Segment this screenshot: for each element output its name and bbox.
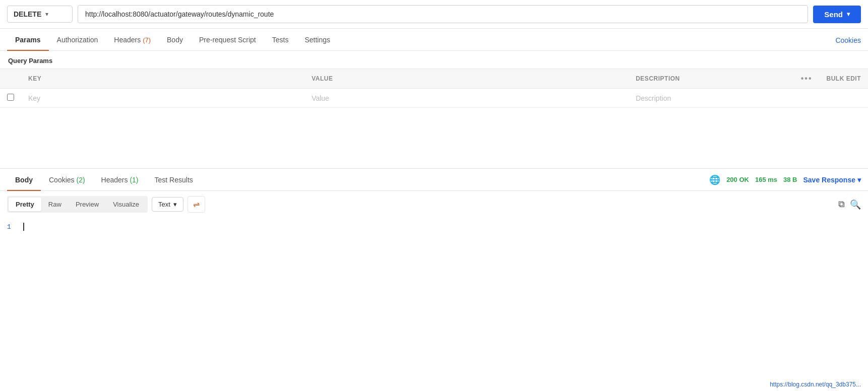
url-input[interactable] xyxy=(78,5,808,23)
save-response-chevron-icon: ▾ xyxy=(857,176,861,184)
globe-icon: 🌐 xyxy=(709,174,720,185)
row-checkbox-cell xyxy=(0,89,21,108)
fmt-pretty[interactable]: Pretty xyxy=(9,198,41,211)
tab-pre-request-script[interactable]: Pre-request Script xyxy=(191,29,264,51)
send-chevron-icon: ▾ xyxy=(847,11,850,18)
response-size: 38 B xyxy=(783,176,797,183)
tab-headers[interactable]: Headers (7) xyxy=(106,29,159,51)
value-cell[interactable]: Value xyxy=(304,89,629,108)
response-status-bar: 🌐 200 OK 165 ms 38 B Save Response ▾ xyxy=(709,174,861,185)
resp-tab-headers[interactable]: Headers (1) xyxy=(93,169,147,191)
key-cell[interactable]: Key xyxy=(21,89,304,108)
tab-settings[interactable]: Settings xyxy=(296,29,338,51)
method-chevron-icon: ▾ xyxy=(45,11,48,18)
response-time: 165 ms xyxy=(755,176,777,183)
response-body-toolbar: Pretty Raw Preview Visualize Text ▾ ⇌ ⧉ … xyxy=(0,191,868,218)
wrap-button[interactable]: ⇌ xyxy=(188,196,205,213)
fmt-raw[interactable]: Raw xyxy=(41,198,69,211)
key-header: KEY xyxy=(21,69,304,89)
method-label: DELETE xyxy=(14,10,41,18)
table-row: Key Value Description xyxy=(0,89,868,108)
description-header: DESCRIPTION xyxy=(629,69,793,89)
fmt-preview[interactable]: Preview xyxy=(69,198,106,211)
resp-tab-test-results[interactable]: Test Results xyxy=(147,169,201,191)
row-bulk-cell xyxy=(820,89,869,108)
resp-tab-body[interactable]: Body xyxy=(7,169,41,191)
actions-header: ••• xyxy=(794,69,820,89)
search-icon[interactable]: 🔍 xyxy=(850,199,861,210)
response-section: Body Cookies (2) Headers (1) Test Result… xyxy=(0,168,868,236)
params-table: KEY VALUE DESCRIPTION ••• Bulk Edit Key … xyxy=(0,69,868,108)
tab-body[interactable]: Body xyxy=(159,29,191,51)
response-tabs-bar: Body Cookies (2) Headers (1) Test Result… xyxy=(0,169,868,191)
text-select-dropdown[interactable]: Text ▾ xyxy=(152,197,183,212)
text-select-label: Text xyxy=(158,201,170,208)
copy-icon[interactable]: ⧉ xyxy=(838,199,845,210)
resp-tab-cookies[interactable]: Cookies (2) xyxy=(41,169,93,191)
fmt-visualize[interactable]: Visualize xyxy=(106,198,146,211)
request-tabs: Params Authorization Headers (7) Body Pr… xyxy=(0,29,868,51)
tab-tests[interactable]: Tests xyxy=(264,29,297,51)
right-tools: ⧉ 🔍 xyxy=(838,199,861,210)
send-button[interactable]: Send ▾ xyxy=(813,6,861,23)
cookies-link[interactable]: Cookies xyxy=(835,29,861,50)
status-code: 200 OK xyxy=(726,176,749,183)
code-area: 1 xyxy=(0,218,868,236)
top-bar: DELETE ▾ Send ▾ xyxy=(0,0,868,29)
params-spacer xyxy=(0,108,868,168)
send-label: Send xyxy=(824,10,843,19)
code-line-1: 1 xyxy=(7,223,861,231)
format-tabs: Pretty Raw Preview Visualize xyxy=(7,196,148,213)
tab-params[interactable]: Params xyxy=(7,29,49,51)
text-select-chevron-icon: ▾ xyxy=(173,201,177,208)
cursor xyxy=(23,223,24,231)
value-header: VALUE xyxy=(304,69,629,89)
wrap-icon: ⇌ xyxy=(193,200,200,209)
row-actions-cell xyxy=(794,89,820,108)
row-checkbox[interactable] xyxy=(7,94,14,101)
method-selector[interactable]: DELETE ▾ xyxy=(7,6,73,23)
checkbox-header xyxy=(0,69,21,89)
line-number-1: 1 xyxy=(7,223,22,231)
more-options-icon[interactable]: ••• xyxy=(801,74,813,83)
description-cell[interactable]: Description xyxy=(629,89,793,108)
tab-authorization[interactable]: Authorization xyxy=(49,29,106,51)
save-response-button[interactable]: Save Response ▾ xyxy=(803,176,861,184)
query-params-title: Query Params xyxy=(0,51,868,69)
bulk-edit-header[interactable]: Bulk Edit xyxy=(820,69,869,89)
